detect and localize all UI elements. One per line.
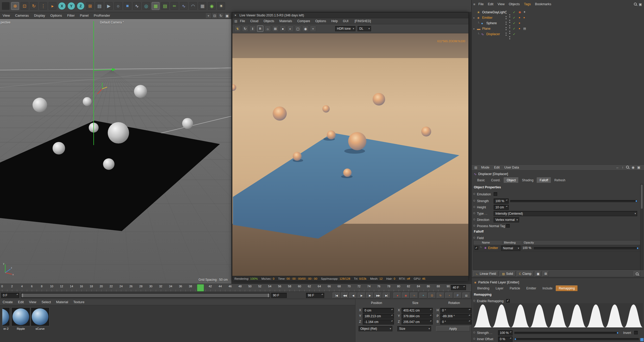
slider-handle[interactable] xyxy=(636,200,637,202)
field-name[interactable]: Emitter xyxy=(488,246,498,250)
object-name[interactable]: Plane xyxy=(482,27,490,30)
coordinate-field[interactable]: 189.213 cm xyxy=(363,314,394,319)
visibility-dots-editor[interactable] xyxy=(506,21,507,25)
object-row-sphere[interactable]: └●Sphere✓● xyxy=(473,21,642,26)
am-menu-mode[interactable]: Mode xyxy=(479,165,492,170)
object-row-emitter[interactable]: ▾∗Emitter✓●● xyxy=(473,15,642,21)
render-settings-icon[interactable]: ☼ xyxy=(114,2,122,10)
tab-blending[interactable]: Blending xyxy=(474,285,492,291)
coordinate-field[interactable]: 205.047 cm xyxy=(401,319,433,325)
add-cube-icon[interactable]: ■ xyxy=(124,2,131,10)
enabled-check[interactable]: ✓ xyxy=(513,16,515,20)
am-menu-edit[interactable]: Edit xyxy=(492,165,502,170)
object-row-octanedaylight[interactable]: ☀OctaneDayLight✓◉☀ xyxy=(473,10,642,15)
lv-menu-gui[interactable]: GUI xyxy=(340,18,351,24)
slider-handle[interactable] xyxy=(515,338,516,340)
record-parameter-toggle[interactable]: ◔ xyxy=(445,293,453,298)
material-thumbnail-er-2[interactable] xyxy=(2,307,10,326)
viewport-menu-prorender[interactable]: ProRender xyxy=(91,13,113,19)
scale-tool-icon[interactable]: ⊡ xyxy=(21,2,28,10)
octane-tag[interactable]: ● xyxy=(519,16,520,19)
strength-slider[interactable] xyxy=(510,200,637,202)
linear-field-button[interactable]: ∟Linear Field xyxy=(473,271,498,276)
type-dropdown[interactable]: Intensity (Centered) xyxy=(494,211,637,216)
emulation-checkbox[interactable] xyxy=(494,192,497,196)
autokey-toggle[interactable]: ◉ xyxy=(402,293,410,298)
pick-region-button[interactable]: ▢ xyxy=(295,26,301,32)
max-frame-field[interactable]: 98 F xyxy=(306,293,324,298)
sculpt-brush-icon[interactable]: ◠ xyxy=(189,2,197,10)
coordinate-field[interactable]: 0 ° xyxy=(440,308,471,313)
render-view-icon[interactable]: ▤ xyxy=(95,2,103,10)
anim-dot-icon[interactable] xyxy=(473,219,475,220)
coordinate-field[interactable]: 403.421 cm xyxy=(401,308,433,313)
next-key-button[interactable]: ▶▶ xyxy=(374,293,382,298)
om-menu-view[interactable]: View xyxy=(495,1,507,7)
viewport-menu-panel[interactable]: Panel xyxy=(77,13,91,19)
anim-dot-icon[interactable] xyxy=(473,225,475,227)
next-frame-button[interactable]: ▶ xyxy=(366,293,374,298)
tab-emitter[interactable]: Emitter xyxy=(524,285,539,291)
render-settings-button[interactable]: ☼ xyxy=(265,26,271,32)
strength-field[interactable]: 100 % xyxy=(494,198,509,204)
phong-tag[interactable]: ● xyxy=(519,27,520,30)
light-object-icon[interactable]: ☀ xyxy=(217,2,225,10)
coordinate-field[interactable]: -1.164 cm xyxy=(363,319,394,325)
viewport-menu-cameras[interactable]: Cameras xyxy=(12,13,31,19)
anim-dot-icon[interactable] xyxy=(473,300,475,302)
tab-basic[interactable]: Basic xyxy=(474,177,488,183)
record-position-toggle[interactable]: + xyxy=(419,293,427,298)
lv-menu-objects[interactable]: Objects xyxy=(261,18,277,24)
scroll-corner[interactable] xyxy=(640,338,643,341)
z-axis-lock-icon[interactable]: Z xyxy=(77,2,85,10)
render-picture-viewer-icon[interactable]: ▶ xyxy=(105,2,113,10)
material-thumbnail-ripple[interactable] xyxy=(11,307,30,326)
preview-range-bar[interactable] xyxy=(21,293,270,298)
modify-field-icon-button[interactable]: ▣ xyxy=(535,271,541,276)
search-icon[interactable] xyxy=(626,165,629,169)
tool-history-icon[interactable]: ⋮ xyxy=(39,2,47,10)
field-strength-slider[interactable] xyxy=(514,332,619,334)
playback-settings-button[interactable]: ▤ xyxy=(462,293,470,298)
om-menu-objects[interactable]: Objects xyxy=(507,1,522,7)
panel-icon[interactable]: ▤ xyxy=(234,19,237,23)
enabled-check[interactable]: ✓ xyxy=(513,21,515,25)
tab-refresh[interactable]: Refresh xyxy=(552,177,568,183)
tab-remapping[interactable]: Remapping xyxy=(556,285,577,291)
object-name[interactable]: Emitter xyxy=(482,16,493,20)
panel-layout-icon[interactable]: ▣ xyxy=(639,2,642,6)
field-list-row[interactable]: └ ∗ Emitter Normal 100 % xyxy=(474,245,640,251)
search-icon[interactable] xyxy=(634,2,637,6)
metaball-icon[interactable]: ∞ xyxy=(170,2,178,10)
record-rotation-toggle[interactable]: ↻ xyxy=(437,293,444,298)
lv-menu-help[interactable]: Help xyxy=(329,18,340,24)
material-thumbnail-scurve[interactable] xyxy=(31,307,49,326)
restart-render-button[interactable]: ↻ xyxy=(242,26,248,32)
coordinate-field[interactable]: 0 cm xyxy=(363,308,394,313)
om-menu-bookmarks[interactable]: Bookmarks xyxy=(533,1,553,7)
octane-tag[interactable]: ◉ xyxy=(519,10,521,14)
lock-resolution-toggle[interactable]: ⊠ xyxy=(272,26,278,32)
object-name[interactable]: OctaneDayLight xyxy=(482,10,506,14)
timeline-ruler[interactable]: 0246810121416182022242628303234363840424… xyxy=(0,284,471,291)
phong-tag[interactable]: ● xyxy=(519,21,520,24)
remapping-curve[interactable] xyxy=(473,303,643,328)
preview-range-fill[interactable] xyxy=(22,294,269,297)
viewport-menu-view[interactable]: View xyxy=(0,13,12,19)
prev-frame-button[interactable]: ◀ xyxy=(349,293,357,298)
tab-include[interactable]: Include xyxy=(540,285,556,291)
materials-menu-view[interactable]: View xyxy=(26,299,39,305)
sun-tag[interactable]: ☀ xyxy=(523,10,526,14)
enabled-check[interactable]: ✓ xyxy=(513,27,515,30)
timeline-playhead[interactable] xyxy=(197,284,204,291)
range-end-field[interactable]: 90 F xyxy=(271,293,287,298)
add-field-icon-button[interactable]: ⊞ xyxy=(543,271,549,276)
toggle-panels-icon[interactable]: ▣ xyxy=(225,13,230,18)
clamp-button[interactable]: CClamp xyxy=(517,271,534,276)
expander-icon[interactable]: ▾ xyxy=(473,28,475,30)
blending-dropdown[interactable]: Normal xyxy=(501,246,520,251)
range-start-field[interactable]: 0 F xyxy=(1,293,19,298)
tab-coord[interactable]: Coord. xyxy=(488,177,503,183)
up-arrow-icon[interactable]: ↑ xyxy=(622,165,624,169)
materials-menu-edit[interactable]: Edit xyxy=(15,299,26,305)
